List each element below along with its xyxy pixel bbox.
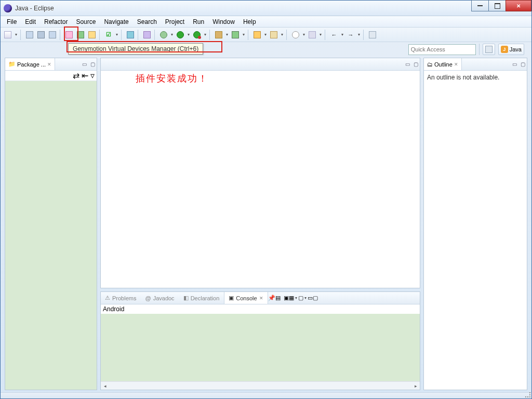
java-perspective-label: Java <box>510 46 522 52</box>
menu-source[interactable]: Source <box>72 17 100 26</box>
scroll-right-icon[interactable]: ▸ <box>411 382 420 390</box>
search-dropdown[interactable]: ▾ <box>302 32 306 37</box>
menu-search[interactable]: Search <box>133 17 161 26</box>
java-perspective-button[interactable]: JJava <box>498 44 524 55</box>
brush-dropdown[interactable]: ▾ <box>280 32 284 37</box>
maximize-button[interactable] <box>488 0 506 11</box>
forward-button[interactable]: → <box>345 30 356 40</box>
outline-body: An outline is not available. <box>424 71 527 390</box>
open-folder-button[interactable] <box>252 30 262 40</box>
maximize-view-button[interactable]: ▢ <box>88 60 97 69</box>
package-explorer-body[interactable] <box>5 81 97 390</box>
menu-file[interactable]: File <box>3 17 21 26</box>
annotate-button[interactable] <box>307 30 317 40</box>
lint-button[interactable] <box>125 30 136 40</box>
editor-body[interactable] <box>101 71 420 288</box>
back-dropdown[interactable]: ▾ <box>340 32 344 37</box>
checkbox-dropdown[interactable]: ▾ <box>115 32 119 37</box>
menu-edit[interactable]: Edit <box>21 17 40 26</box>
outline-minimize-button[interactable]: ▭ <box>510 60 518 69</box>
open-perspective-button[interactable] <box>483 44 495 55</box>
view-menu-icon[interactable]: ▿ <box>90 71 95 81</box>
new-package-button[interactable] <box>214 30 224 40</box>
minimize-view-button[interactable]: ▭ <box>80 60 88 69</box>
pin-button[interactable] <box>367 30 378 40</box>
editor-minimize-button[interactable]: ▭ <box>403 60 411 69</box>
package-explorer-header: 📁 Package ... ✕ ▭ ▢ <box>5 58 97 71</box>
tab-problems[interactable]: ⚠Problems <box>101 292 141 304</box>
quick-access-input[interactable] <box>408 44 476 55</box>
close-icon[interactable]: ✕ <box>259 296 263 301</box>
outline-title: Outline <box>434 61 453 68</box>
link-editor-icon[interactable]: ⇄ <box>73 71 79 81</box>
tab-declaration[interactable]: ◧Declaration <box>179 292 224 304</box>
menu-refactor[interactable]: Refactor <box>40 17 72 26</box>
resize-grip[interactable] <box>525 392 530 397</box>
wand-button[interactable] <box>142 30 152 40</box>
titlebar[interactable]: Java - Eclipse <box>1 1 531 16</box>
save-button[interactable] <box>24 30 35 40</box>
close-icon[interactable]: ✕ <box>47 62 51 67</box>
console-maximize-button[interactable]: ▢ <box>313 295 318 301</box>
avd-manager-button[interactable] <box>75 30 86 40</box>
menu-project[interactable]: Project <box>161 17 189 26</box>
minimize-button[interactable] <box>471 0 489 11</box>
console-title: Android <box>101 304 420 314</box>
run-ext-dropdown[interactable]: ▾ <box>203 32 207 37</box>
outline-icon: 🗂 <box>427 61 433 68</box>
collapse-all-icon[interactable]: ⇤ <box>82 71 88 81</box>
forward-dropdown[interactable]: ▾ <box>357 32 361 37</box>
menu-help[interactable]: Help <box>239 17 260 26</box>
new-class-dropdown[interactable]: ▾ <box>242 32 246 37</box>
menubar: File Edit Refactor Source Navigate Searc… <box>1 16 531 28</box>
checkbox-button[interactable]: ☑ <box>103 30 114 40</box>
console-body[interactable] <box>101 314 420 381</box>
run-dropdown[interactable]: ▾ <box>187 32 191 37</box>
eclipse-icon <box>4 4 12 12</box>
scroll-left-icon[interactable]: ◂ <box>101 382 109 390</box>
console-select-dropdown[interactable]: ▾ <box>303 296 308 300</box>
run-button[interactable] <box>175 30 185 40</box>
annotation-text: 插件安装成功！ <box>136 72 208 85</box>
close-icon[interactable]: ✕ <box>454 62 458 67</box>
genymotion-button[interactable] <box>64 30 74 40</box>
bottom-tabs: ⚠Problems @Javadoc ◧Declaration ▣Console… <box>101 292 420 304</box>
package-explorer-icon: 📁 <box>8 61 16 68</box>
console-scrollbar[interactable]: ◂ ▸ <box>101 381 420 390</box>
back-button[interactable]: ← <box>329 30 339 40</box>
menu-run[interactable]: Run <box>189 17 208 26</box>
save-all-button[interactable] <box>36 30 46 40</box>
debug-dropdown[interactable]: ▾ <box>170 32 174 37</box>
menu-navigate[interactable]: Navigate <box>100 17 132 26</box>
console-select-icon[interactable]: ▢ <box>298 295 303 301</box>
close-button[interactable] <box>506 0 531 11</box>
outline-maximize-button[interactable]: ▢ <box>518 60 527 69</box>
console-new-icon[interactable]: ▦ <box>289 295 294 301</box>
console-display-icon[interactable]: ▤ <box>275 295 281 301</box>
print-button[interactable] <box>47 30 58 40</box>
debug-button[interactable] <box>158 30 169 40</box>
console-pin-icon[interactable]: 📌 <box>268 295 275 301</box>
console-open-icon[interactable]: ▣ <box>284 295 289 301</box>
package-explorer-tab[interactable]: 📁 Package ... ✕ <box>5 58 55 70</box>
new-dropdown[interactable]: ▾ <box>14 32 18 37</box>
window-title: Java - Eclipse <box>15 5 54 12</box>
tab-javadoc[interactable]: @Javadoc <box>141 292 179 304</box>
tab-console[interactable]: ▣Console✕ <box>224 292 268 304</box>
package-explorer-toolbar: ⇄ ⇤ ▿ <box>5 71 97 81</box>
editor-header: ▭ ▢ <box>101 58 420 71</box>
open-folder-dropdown[interactable]: ▾ <box>263 32 268 37</box>
sdk-manager-button[interactable] <box>87 30 97 40</box>
new-button[interactable] <box>3 30 13 40</box>
editor-maximize-button[interactable]: ▢ <box>411 60 420 69</box>
outline-tab[interactable]: 🗂 Outline ✕ <box>424 58 462 70</box>
new-class-button[interactable] <box>230 30 241 40</box>
search-button[interactable] <box>290 30 301 40</box>
annotate-dropdown[interactable]: ▾ <box>318 32 323 37</box>
console-minimize-button[interactable]: ▭ <box>308 295 313 301</box>
brush-button[interactable] <box>269 30 279 40</box>
new-package-dropdown[interactable]: ▾ <box>225 32 229 37</box>
console-new-dropdown[interactable]: ▾ <box>294 296 298 300</box>
run-ext-button[interactable] <box>192 30 202 40</box>
menu-window[interactable]: Window <box>208 17 239 26</box>
